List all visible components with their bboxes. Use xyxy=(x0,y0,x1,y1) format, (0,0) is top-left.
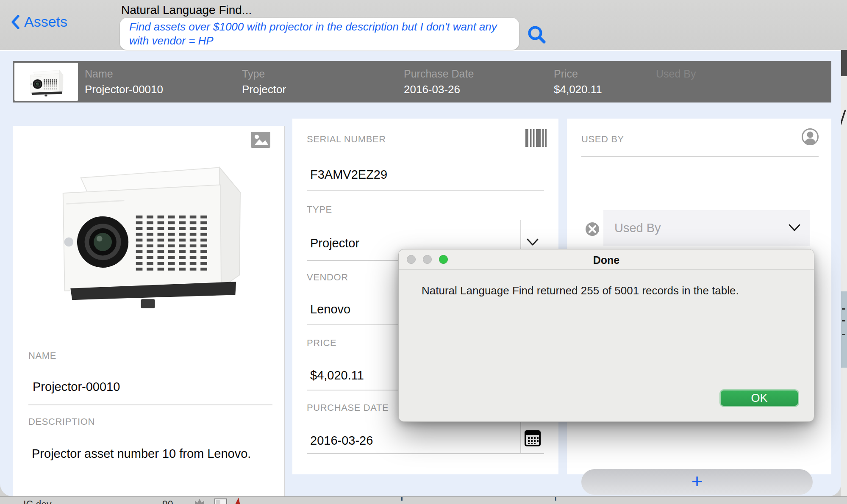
divider xyxy=(307,190,544,191)
used-by-section-label: USED BY xyxy=(581,134,624,145)
natural-language-query-input[interactable]: Find assets over $1000 with projector in… xyxy=(120,18,519,50)
serial-number-value[interactable]: F3AMV2EZ29 xyxy=(310,168,387,182)
chevron-left-icon xyxy=(11,14,20,30)
dialog-message: Natural Language Find returned 255 of 50… xyxy=(422,284,739,297)
red-flag-icon xyxy=(234,498,242,504)
crown-icon xyxy=(194,498,205,504)
background-window-header xyxy=(841,50,847,76)
search-icon[interactable] xyxy=(527,25,548,46)
summary-label: Price xyxy=(554,68,578,80)
summary-value: Projector-00010 xyxy=(85,83,163,96)
type-value[interactable]: Projector xyxy=(310,236,359,250)
calendar-icon[interactable] xyxy=(525,430,541,446)
toolbar-tick xyxy=(555,497,556,501)
divider xyxy=(581,156,819,157)
add-used-by-button[interactable]: + xyxy=(581,469,813,495)
summary-value: $4,020.11 xyxy=(554,83,602,96)
layout-icon xyxy=(214,498,227,504)
summary-value: Projector xyxy=(242,83,286,96)
divider xyxy=(28,404,272,405)
remove-used-by-icon[interactable] xyxy=(585,222,600,236)
price-value[interactable]: $4,020.11 xyxy=(310,368,364,382)
purchase-date-value[interactable]: 2016-03-26 xyxy=(310,434,373,448)
record-thumbnail xyxy=(14,63,78,101)
barcode-icon[interactable] xyxy=(525,129,547,147)
name-field-value[interactable]: Projector-00010 xyxy=(33,380,120,394)
asset-photo-panel: NAME Projector-00010 DESCRIPTION Project… xyxy=(13,126,285,496)
summary-label: Used By xyxy=(656,68,696,80)
query-text: Find assets over $1000 with projector in… xyxy=(129,20,511,48)
person-icon xyxy=(801,128,819,146)
back-label: Assets xyxy=(24,14,67,30)
projector-thumbnail-image xyxy=(18,65,74,99)
price-label: PRICE xyxy=(307,338,336,349)
dialog-title: Done xyxy=(399,254,814,266)
summary-label: Type xyxy=(242,68,265,80)
vendor-label: VENDOR xyxy=(307,272,348,283)
description-field-value[interactable]: Projector asset number 10 from Lenovo. xyxy=(32,447,251,461)
used-by-select[interactable]: Used By xyxy=(603,210,810,246)
divider xyxy=(307,453,544,454)
record-summary-row[interactable]: Name Projector-00010 Type Projector Purc… xyxy=(13,61,831,102)
dialog-titlebar: Done xyxy=(399,249,814,270)
purchase-date-label: PURCHASE DATE xyxy=(307,402,389,413)
back-to-assets-button[interactable]: Assets xyxy=(11,14,67,30)
summary-label: Name xyxy=(85,68,113,80)
asset-photo[interactable] xyxy=(41,138,257,321)
toolbar-tick xyxy=(401,497,403,501)
natural-language-find-title: Natural Language Find... xyxy=(121,3,252,17)
name-field-label: NAME xyxy=(28,350,56,361)
summary-label: Purchase Date xyxy=(404,68,474,80)
layout-name-partial: IC dev xyxy=(23,499,51,504)
record-count-partial: 90 xyxy=(162,499,173,504)
toolbar: Assets Natural Language Find... Find ass… xyxy=(0,0,847,50)
summary-value: 2016-03-26 xyxy=(404,83,460,96)
description-field-label: DESCRIPTION xyxy=(28,416,95,427)
background-window-sliver xyxy=(841,50,847,496)
status-toolbar: IC dev 90 xyxy=(0,496,847,504)
chevron-down-icon xyxy=(788,224,801,232)
done-dialog: Done Natural Language Find returned 255 … xyxy=(398,249,814,422)
app-window: Assets Natural Language Find... Find ass… xyxy=(0,0,847,504)
vendor-value[interactable]: Lenovo xyxy=(310,302,350,316)
background-window-highlight xyxy=(841,291,847,368)
divider xyxy=(520,420,521,453)
chevron-down-icon[interactable] xyxy=(526,238,539,246)
serial-number-label: SERIAL NUMBER xyxy=(307,134,386,145)
ok-button[interactable]: OK xyxy=(719,389,799,407)
used-by-placeholder: Used By xyxy=(614,221,661,235)
type-label: TYPE xyxy=(307,204,332,215)
plus-icon: + xyxy=(691,471,703,491)
